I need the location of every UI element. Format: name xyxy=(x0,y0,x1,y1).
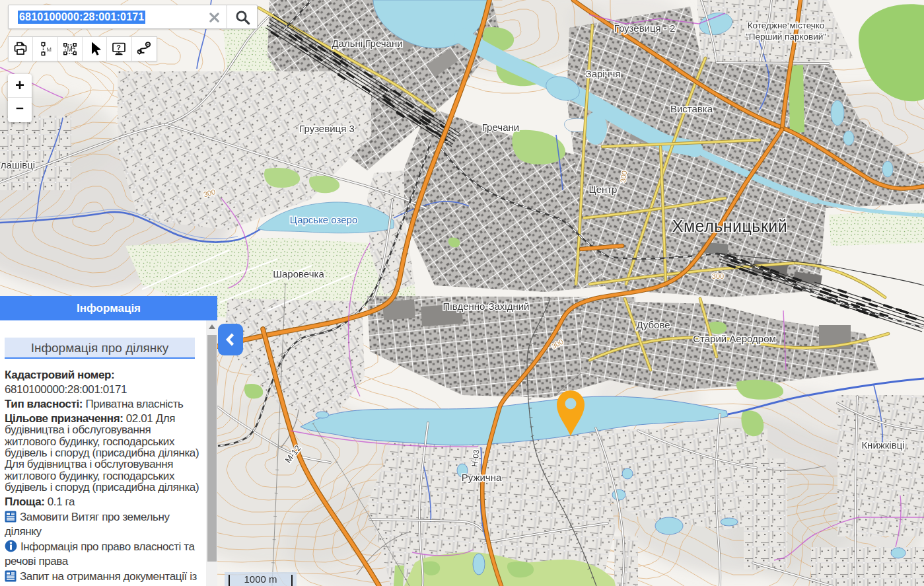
svg-text:Хмельницький: Хмельницький xyxy=(672,217,788,235)
svg-text:300: 300 xyxy=(712,272,724,280)
svg-text:M: M xyxy=(47,46,52,53)
svg-text:2: 2 xyxy=(72,45,75,50)
svg-text:Старий Аеродром: Старий Аеродром xyxy=(693,333,776,344)
svg-text:Шаровечка: Шаровечка xyxy=(273,268,324,279)
svg-text:Котеджне містечко: Котеджне містечко xyxy=(748,20,825,30)
svg-text:Грузевиця 3: Грузевиця 3 xyxy=(299,123,355,134)
svg-text:Книжківці: Книжківці xyxy=(861,439,904,451)
svg-text:?: ? xyxy=(117,44,122,52)
svg-text:Центр: Центр xyxy=(589,184,618,195)
svg-text:Царське озеро: Царське озеро xyxy=(290,214,358,225)
svg-text:лашівці: лашівці xyxy=(1,159,35,170)
svg-text:"Перший парковий": "Перший парковий" xyxy=(746,32,826,42)
svg-text:Гречани: Гречани xyxy=(482,122,519,133)
svg-text:Південно-Західний: Південно-Західний xyxy=(443,301,530,312)
svg-text:Дальні Гречани: Дальні Гречани xyxy=(332,38,402,49)
svg-text:Ружична: Ружична xyxy=(462,472,502,483)
svg-text:Заріччя: Заріччя xyxy=(586,68,621,79)
svg-text:Виставка: Виставка xyxy=(670,103,713,114)
svg-text:Дубове: Дубове xyxy=(636,319,670,330)
svg-text:Грузевиця - 2: Грузевиця - 2 xyxy=(614,22,676,34)
